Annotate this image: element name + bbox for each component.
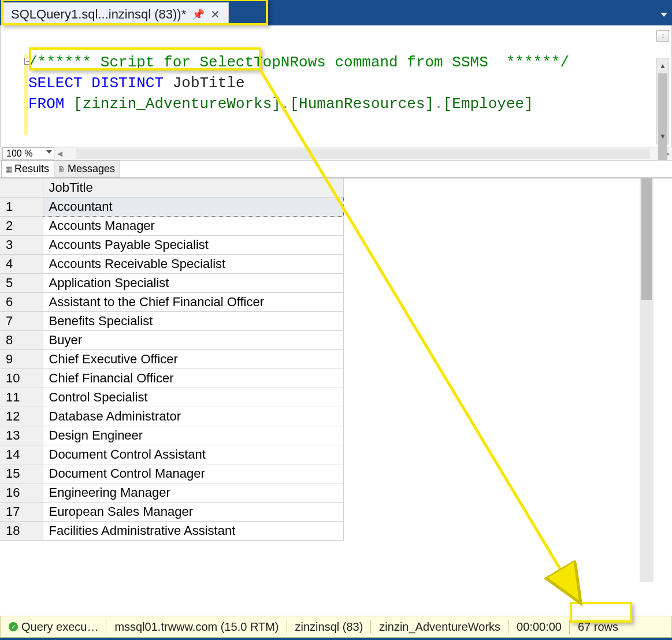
- kw-distinct: DISTINCT: [91, 75, 164, 92]
- scroll-left-icon[interactable]: ◀: [54, 150, 65, 158]
- results-grid[interactable]: JobTitle 1Accountant2Accounts Manager3Ac…: [0, 178, 344, 541]
- cell-jobtitle[interactable]: European Sales Manager: [43, 503, 343, 522]
- table-row[interactable]: 5Application Specialist: [0, 274, 343, 293]
- table-row[interactable]: 2Accounts Manager: [0, 217, 343, 236]
- status-exec-text: Query execu…: [21, 620, 98, 634]
- cell-jobtitle[interactable]: Chief Financial Officer: [43, 369, 343, 388]
- cell-jobtitle[interactable]: Control Specialist: [43, 388, 343, 407]
- dot: .: [434, 95, 443, 113]
- status-exec: ✓ Query execu…: [1, 616, 106, 637]
- document-tab-active[interactable]: SQLQuery1.sql...inzinsql (83))* 📌 ✕: [2, 2, 229, 25]
- results-vertical-scrollbar[interactable]: [640, 178, 654, 582]
- editor-horizontal-scrollbar[interactable]: [76, 148, 650, 159]
- document-tab-strip: SQLQuery1.sql...inzinsql (83))* 📌 ✕: [0, 0, 672, 25]
- cell-jobtitle[interactable]: Facilities Administrative Assistant: [43, 522, 343, 541]
- table-row[interactable]: 11Control Specialist: [0, 388, 343, 407]
- editor-content[interactable]: /****** Script for SelectTopNRows comman…: [1, 25, 671, 135]
- kw-from: FROM: [28, 95, 64, 113]
- close-icon[interactable]: ✕: [210, 8, 220, 21]
- table-row[interactable]: 12Database Administrator: [0, 407, 343, 426]
- row-number-cell[interactable]: 2: [0, 217, 43, 236]
- row-number-cell[interactable]: 3: [0, 236, 43, 255]
- code-comment: /****** Script for SelectTopNRows comman…: [28, 54, 569, 71]
- row-number-cell[interactable]: 10: [0, 369, 43, 388]
- cell-jobtitle[interactable]: Engineering Manager: [43, 483, 343, 503]
- messages-icon: 🗎: [58, 165, 65, 173]
- split-window-icon[interactable]: ↕: [656, 30, 669, 42]
- cell-jobtitle[interactable]: Document Control Assistant: [43, 445, 343, 464]
- row-number-cell[interactable]: 16: [0, 483, 43, 503]
- table-row[interactable]: 7Benefits Specialist: [0, 312, 343, 331]
- row-number-cell[interactable]: 8: [0, 331, 43, 350]
- row-number-cell[interactable]: 1: [0, 198, 43, 217]
- status-bar: ✓ Query execu… mssql01.trwww.com (15.0 R…: [0, 616, 672, 638]
- results-tab-strip: ▦ Results 🗎 Messages: [0, 161, 672, 178]
- cell-jobtitle[interactable]: Benefits Specialist: [43, 312, 343, 331]
- tab-results[interactable]: ▦ Results: [1, 161, 54, 177]
- table-row[interactable]: 13Design Engineer: [0, 426, 343, 445]
- table-row[interactable]: 18Facilities Administrative Assistant: [0, 522, 343, 541]
- tab-messages[interactable]: 🗎 Messages: [54, 161, 120, 177]
- chevron-down-icon: [46, 150, 52, 154]
- table-row[interactable]: 1Accountant: [0, 198, 343, 217]
- pin-icon[interactable]: 📌: [192, 8, 205, 21]
- editor-bottom-bar: 100 % ◀ ▶: [0, 147, 672, 161]
- row-number-cell[interactable]: 17: [0, 503, 43, 522]
- modified-marker: [24, 54, 28, 135]
- table-row[interactable]: 15Document Control Manager: [0, 464, 343, 483]
- scrollbar-thumb[interactable]: [641, 178, 652, 300]
- table-row[interactable]: 17European Sales Manager: [0, 503, 343, 522]
- cell-jobtitle[interactable]: Accounts Manager: [43, 217, 343, 236]
- zoom-dropdown[interactable]: 100 %: [2, 147, 54, 160]
- cell-jobtitle[interactable]: Accounts Payable Specialist: [43, 236, 343, 255]
- status-db: zinzin_AdventureWorks: [371, 616, 508, 637]
- document-tab-title: SQLQuery1.sql...inzinsql (83))*: [11, 7, 186, 22]
- table-row[interactable]: 6Assistant to the Chief Financial Office…: [0, 293, 343, 312]
- row-number-cell[interactable]: 7: [0, 312, 43, 331]
- sql-editor[interactable]: ↕ − /****** Script for SelectTopNRows co…: [0, 25, 672, 147]
- results-grid-pane: JobTitle 1Accountant2Accounts Manager3Ac…: [0, 178, 672, 582]
- cell-jobtitle[interactable]: Accountant: [43, 198, 343, 217]
- cell-jobtitle[interactable]: Buyer: [43, 331, 343, 350]
- table-row[interactable]: 3Accounts Payable Specialist: [0, 236, 343, 255]
- editor-vertical-scrollbar[interactable]: ▲ ▼: [656, 58, 669, 144]
- row-number-cell[interactable]: 4: [0, 255, 43, 274]
- table-row[interactable]: 4Accounts Receivable Specialist: [0, 255, 343, 274]
- row-number-cell[interactable]: 12: [0, 407, 43, 426]
- cell-jobtitle[interactable]: Chief Executive Officer: [43, 350, 343, 369]
- status-login: zinzinsql (83): [287, 616, 372, 637]
- scrollbar-thumb[interactable]: [658, 73, 667, 160]
- row-number-cell[interactable]: 13: [0, 426, 43, 445]
- row-number-cell[interactable]: 9: [0, 350, 43, 369]
- table-row[interactable]: 14Document Control Assistant: [0, 445, 343, 464]
- table-row[interactable]: 8Buyer: [0, 331, 343, 350]
- cell-jobtitle[interactable]: Assistant to the Chief Financial Officer: [43, 293, 343, 312]
- cell-jobtitle[interactable]: Application Specialist: [43, 274, 343, 293]
- row-number-cell[interactable]: 14: [0, 445, 43, 464]
- cell-jobtitle[interactable]: Design Engineer: [43, 426, 343, 445]
- row-number-cell[interactable]: 15: [0, 464, 43, 483]
- row-number-cell[interactable]: 11: [0, 388, 43, 407]
- tab-overflow-menu-icon[interactable]: [660, 13, 667, 17]
- collapse-region-icon[interactable]: −: [24, 58, 31, 65]
- col-jobtitle: JobTitle: [173, 75, 245, 92]
- grid-icon: ▦: [5, 165, 12, 173]
- table-row[interactable]: 9Chief Executive Officer: [0, 350, 343, 369]
- row-number-cell[interactable]: 5: [0, 274, 43, 293]
- row-number-cell[interactable]: 18: [0, 522, 43, 541]
- table-row[interactable]: 16Engineering Manager: [0, 483, 343, 503]
- cell-jobtitle[interactable]: Database Administrator: [43, 407, 343, 426]
- scroll-down-icon[interactable]: ▼: [659, 132, 666, 140]
- grid-corner-cell[interactable]: [0, 178, 43, 198]
- status-time: 00:00:00: [508, 616, 570, 637]
- row-number-cell[interactable]: 6: [0, 293, 43, 312]
- kw-select: SELECT: [28, 75, 83, 92]
- tab-messages-label: Messages: [68, 163, 115, 175]
- cell-jobtitle[interactable]: Accounts Receivable Specialist: [43, 255, 343, 274]
- status-server: mssql01.trwww.com (15.0 RTM): [106, 616, 287, 637]
- cell-jobtitle[interactable]: Document Control Manager: [43, 464, 343, 483]
- table-row[interactable]: 10Chief Financial Officer: [0, 369, 343, 388]
- column-header-jobtitle[interactable]: JobTitle: [43, 178, 343, 198]
- window-bottom-edge: [0, 638, 672, 640]
- scroll-up-icon[interactable]: ▲: [659, 62, 666, 70]
